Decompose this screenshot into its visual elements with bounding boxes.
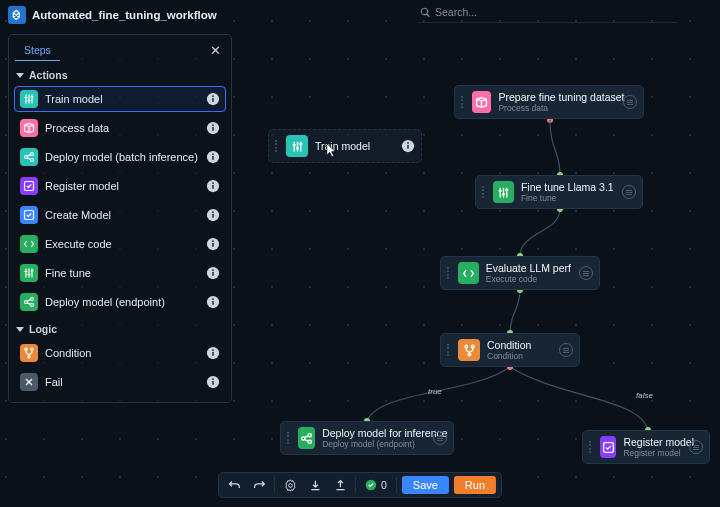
share-icon [20,293,38,311]
step-item[interactable]: Deploy model (endpoint) [14,289,226,315]
check-icon [20,177,38,195]
ghost-label: Train model [315,140,370,152]
step-item-label: Fail [45,376,199,388]
info-icon[interactable] [206,346,220,360]
info-icon[interactable] [206,208,220,222]
search-placeholder: Search... [435,6,477,18]
step-item-label: Fine tune [45,267,199,279]
step-item[interactable]: Condition [14,340,226,366]
steps-panel: Steps ✕ Actions Train model Process data… [8,34,232,403]
step-item[interactable]: Register model [14,173,226,199]
step-item-label: Create Model [45,209,199,221]
node-title: Condition [487,339,531,351]
group-header-logic[interactable]: Logic [16,323,226,335]
settings-icon[interactable] [280,475,300,495]
info-icon[interactable] [206,237,220,251]
step-item[interactable]: Execute code [14,231,226,257]
share-icon [20,148,38,166]
node-subtitle: Register model [623,448,676,458]
issue-count[interactable]: 0 [361,479,391,491]
sliders-icon [20,90,38,108]
node-menu-icon[interactable] [427,431,447,445]
search-icon [420,7,431,18]
node-deploy[interactable]: Deploy model for inference Deploy model … [280,421,454,455]
tab-steps[interactable]: Steps [15,40,60,61]
info-icon[interactable] [206,295,220,309]
drag-handle-icon[interactable] [285,432,291,445]
node-menu-icon[interactable] [683,440,703,454]
info-icon[interactable] [206,150,220,164]
close-icon[interactable]: ✕ [206,43,225,58]
run-button[interactable]: Run [454,476,496,494]
svg-rect-10 [212,156,213,160]
step-item[interactable]: Fail [14,369,226,395]
drag-handle-icon[interactable] [587,441,593,454]
group-label: Actions [29,69,68,81]
drag-handle-icon[interactable] [445,267,451,280]
node-title: Evaluate LLM perf [486,262,566,274]
redo-icon[interactable] [249,475,269,495]
group-header-actions[interactable]: Actions [16,69,226,81]
svg-point-2 [212,95,214,97]
info-icon[interactable] [206,92,220,106]
info-icon[interactable] [206,179,220,193]
node-subtitle: Process data [498,103,610,113]
step-item[interactable]: Fine tune [14,260,226,286]
search-input[interactable]: Search... [420,6,477,18]
svg-point-5 [212,124,214,126]
node-menu-icon[interactable] [616,185,636,199]
node-cond[interactable]: Condition Condition [440,333,580,367]
node-menu-icon[interactable] [573,266,593,280]
ghost-node[interactable]: Train model [268,129,422,163]
node-menu-icon[interactable] [553,343,573,357]
download-icon[interactable] [305,475,325,495]
undo-icon[interactable] [224,475,244,495]
node-register[interactable]: Register model Register model [582,430,710,464]
svg-point-7 [31,153,34,156]
step-item-label: Deploy model (endpoint) [45,296,199,308]
svg-point-61 [407,142,409,144]
group-actions: Actions Train model Process data Deploy … [14,69,226,315]
chevron-down-icon [16,73,24,78]
svg-point-15 [212,182,214,184]
node-eval[interactable]: Evaluate LLM perf Execute code [440,256,600,290]
node-finetune[interactable]: Fine tune Llama 3.1 Fine tune [475,175,643,209]
svg-rect-36 [212,352,213,356]
save-button[interactable]: Save [402,476,449,494]
check-icon [600,436,616,458]
step-item-label: Deploy model (batch inference) [45,151,199,163]
search-underline [418,22,678,23]
share-icon [298,427,315,449]
bottom-toolbar: 0 Save Run [218,472,502,498]
drag-handle-icon[interactable] [480,186,486,199]
export-icon[interactable] [330,475,350,495]
sliders-icon [20,264,38,282]
header-bar: Automated_fine_tuning_workflow Search... [0,0,720,30]
node-menu-icon[interactable] [617,95,637,109]
svg-point-40 [212,378,214,380]
svg-point-8 [31,159,34,162]
box-icon [472,91,491,113]
info-icon[interactable] [206,375,220,389]
node-title: Register model [623,436,676,448]
svg-point-22 [212,240,214,242]
check-icon [20,206,38,224]
svg-point-37 [212,349,214,351]
step-item[interactable]: Process data [14,115,226,141]
app-icon [8,6,26,24]
info-icon[interactable] [206,266,220,280]
node-subtitle: Fine tune [521,193,609,203]
step-item-label: Execute code [45,238,199,250]
workflow-title: Automated_fine_tuning_workflow [32,9,217,21]
svg-point-25 [212,269,214,271]
drag-handle-icon[interactable] [459,96,465,109]
drag-handle-icon[interactable] [445,344,451,357]
node-prepare[interactable]: Prepare fine tuning dataset Process data [454,85,644,119]
step-item[interactable]: Create Model [14,202,226,228]
step-item[interactable]: Train model [14,86,226,112]
step-item-label: Register model [45,180,199,192]
info-icon[interactable] [206,121,220,135]
svg-point-19 [212,211,214,213]
step-item[interactable]: Deploy model (batch inference) [14,144,226,170]
svg-point-33 [31,348,33,350]
